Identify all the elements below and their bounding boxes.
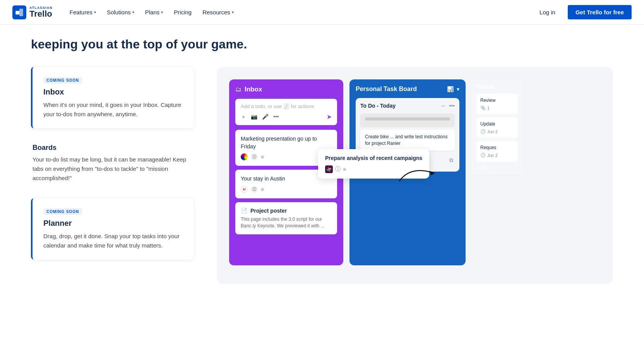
austin-card-title: Your stay in Austin	[241, 175, 332, 183]
clock-icon: 🕐	[480, 129, 486, 134]
boards-container: 🗂 Inbox Add a todo, or use / for actions	[229, 79, 601, 265]
clock-icon: 🕐	[480, 153, 486, 158]
svg-rect-3	[325, 165, 333, 173]
gmail-icon: M	[241, 186, 248, 193]
third-col-add-row[interactable]: + Add	[476, 165, 517, 170]
third-card-2-meta: 🕐 Jun 2	[480, 129, 514, 134]
todo-title: To Do - Today	[360, 103, 396, 109]
third-card-2-text: Update	[480, 121, 514, 127]
add-icon[interactable]: ＋	[241, 113, 246, 120]
project-poster-header: 📄 Project poster	[241, 208, 332, 214]
svg-marker-4	[430, 171, 434, 175]
third-card-2[interactable]: Update 🕐 Jun 2	[476, 117, 517, 138]
third-card-1-meta: 📎 1	[480, 105, 514, 110]
project-poster-desc: This page includes the 3.0 script for ou…	[241, 216, 332, 229]
third-card-1[interactable]: Review 📎 1	[476, 94, 517, 114]
hero-text: keeping you at the top of your game.	[31, 25, 613, 67]
camera-icon[interactable]: 📷	[251, 113, 257, 120]
get-trello-button[interactable]: Get Trello for free	[568, 5, 632, 19]
lines-icon: ≡	[261, 154, 264, 160]
chevron-down-icon: ▾	[161, 10, 163, 14]
nav-features[interactable]: Features ▾	[65, 6, 101, 19]
chevron-down-icon[interactable]: ▾	[457, 86, 459, 92]
content-layout: COMING SOON Inbox When it's on your mind…	[31, 67, 613, 284]
inbox-feature-desc: When it's on your mind, it goes in your …	[43, 100, 183, 119]
third-card-3-text: Reques	[480, 145, 514, 150]
nav-pricing[interactable]: Pricing	[169, 6, 196, 19]
svg-rect-1	[19, 9, 23, 12]
austin-card-meta: M ⓘ ≡	[241, 186, 332, 193]
planner-feature-card: COMING SOON Planner Drag, drop, get it d…	[31, 198, 194, 260]
nav-plans[interactable]: Plans ▾	[140, 6, 168, 19]
ranier-task-card[interactable]: Create bike ... and write test instructi…	[360, 130, 455, 151]
svg-rect-0	[15, 10, 19, 14]
planner-feature-desc: Drag, drop, get it done. Snap your top t…	[43, 232, 183, 250]
brand-bottom: Trello	[29, 10, 53, 18]
inbox-action-bar: ＋ 📷 🎤 ••• ➤	[241, 113, 332, 120]
expand-icon[interactable]: ↔	[440, 103, 446, 109]
task-board-title: Personal Task Board	[356, 86, 417, 93]
slash-command: /	[283, 103, 289, 110]
todo-header: To Do - Today ↔ •••	[360, 103, 455, 109]
project-poster-card[interactable]: 📄 Project poster This page includes the …	[235, 202, 337, 235]
nav-logo[interactable]: ATLASSIAN Trello	[12, 5, 53, 19]
navbar: ATLASSIAN Trello Features ▾ Solutions ▾ …	[0, 0, 644, 25]
chevron-down-icon: ▾	[132, 10, 134, 14]
card-2-date: Jun 2	[487, 129, 498, 134]
inbox-board-icon: 🗂	[235, 86, 242, 93]
inbox-feature-title: Inbox	[43, 88, 183, 96]
brand-text: ATLASSIAN Trello	[29, 6, 53, 18]
demo-panel: 🗂 Inbox Add a todo, or use / for actions	[217, 67, 613, 284]
inbox-board-header: 🗂 Inbox	[235, 86, 337, 93]
nav-solutions[interactable]: Solutions ▾	[102, 6, 139, 19]
chevron-down-icon: ▾	[94, 10, 96, 14]
nav-actions: Log in Get Trello for free	[533, 5, 632, 19]
info-icon: ⓘ	[251, 186, 258, 193]
planner-coming-soon-badge: COMING SOON	[43, 208, 82, 215]
third-card-3[interactable]: Reques 🕐 Jun 2	[476, 141, 517, 162]
ranier-task-text: Create bike ... and write test instructi…	[365, 134, 450, 147]
atlassian-logo-icon	[12, 5, 26, 19]
third-column: This we Review 📎 1 Update 🕐 Jun 2	[472, 79, 522, 175]
chart-icon[interactable]: 📊	[447, 86, 454, 92]
boards-feature: Boards Your to-do list may be long, but …	[31, 144, 194, 183]
colorwheel-icon	[241, 153, 248, 160]
third-card-3-meta: 🕐 Jun 2	[480, 153, 514, 158]
send-icon[interactable]: ➤	[327, 113, 332, 120]
info-icon: ⓘ	[251, 153, 258, 160]
card-3-date: Jun 2	[487, 153, 498, 158]
nav-resources[interactable]: Resources ▾	[198, 6, 238, 19]
inbox-coming-soon-badge: COMING SOON	[43, 77, 82, 84]
todo-header-actions: ↔ •••	[440, 103, 455, 109]
more-icon[interactable]: •••	[273, 113, 279, 120]
attachment-count: 1	[487, 106, 490, 110]
mic-icon[interactable]: 🎤	[262, 113, 269, 120]
svg-rect-2	[19, 12, 23, 16]
arrow-annotation	[396, 162, 442, 186]
boards-feature-desc: Your to-do list may be long, but it can …	[33, 155, 194, 183]
info-icon: ⓘ	[335, 166, 341, 173]
task-board-header: Personal Task Board 📊 ▾	[356, 86, 459, 93]
lines-icon: ≡	[261, 186, 264, 193]
chevron-down-icon: ▾	[232, 10, 234, 14]
marketing-card-title: Marketing presentation go up to Friday	[241, 135, 332, 150]
inbox-feature-card: COMING SOON Inbox When it's on your mind…	[31, 67, 194, 128]
card-bar	[365, 117, 450, 120]
plus-icon: +	[476, 165, 479, 170]
planner-feature-title: Planner	[43, 219, 183, 228]
copy-icon[interactable]: ⧉	[449, 157, 453, 163]
boards-feature-title: Boards	[33, 144, 194, 152]
more-options-icon[interactable]: •••	[449, 103, 455, 109]
task-board-actions: 📊 ▾	[447, 86, 459, 92]
tooltip-text: Prepare analysis of recent campaigns	[325, 155, 422, 162]
page-content: keeping you at the top of your game. COM…	[0, 25, 644, 284]
slack-icon	[325, 165, 333, 173]
inbox-input-area[interactable]: Add a todo, or use / for actions ＋ 📷 🎤 •…	[235, 99, 337, 125]
inbox-board-title: Inbox	[245, 86, 262, 93]
lines-icon: ≡	[343, 166, 346, 172]
login-button[interactable]: Log in	[533, 6, 562, 19]
nav-links: Features ▾ Solutions ▾ Plans ▾ Pricing R…	[65, 6, 533, 19]
third-col-title: This we	[476, 84, 517, 90]
add-label: Add	[481, 165, 489, 170]
left-panel: COMING SOON Inbox When it's on your mind…	[31, 67, 194, 260]
